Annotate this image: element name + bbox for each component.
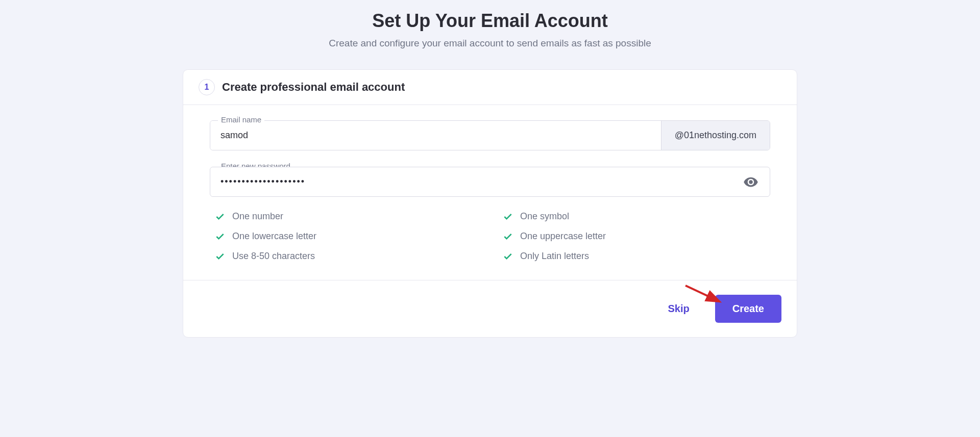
req-length: Use 8-50 characters bbox=[215, 251, 482, 262]
req-label: One lowercase letter bbox=[232, 231, 316, 242]
req-label: One symbol bbox=[520, 211, 569, 222]
page-subtitle: Create and configure your email account … bbox=[0, 38, 980, 49]
check-icon bbox=[215, 232, 225, 242]
req-label: Only Latin letters bbox=[520, 251, 589, 262]
eye-icon bbox=[743, 174, 758, 190]
setup-card: 1 Create professional email account Emai… bbox=[183, 69, 797, 338]
email-row: @01nethosting.com bbox=[210, 120, 770, 150]
req-latin-only: Only Latin letters bbox=[503, 251, 770, 262]
card-footer: Skip Create bbox=[183, 280, 797, 337]
card-heading: Create professional email account bbox=[222, 81, 405, 94]
email-name-input[interactable] bbox=[210, 121, 661, 150]
page-title: Set Up Your Email Account bbox=[0, 10, 980, 32]
password-requirements: One number One symbol One lowercase lett… bbox=[210, 211, 770, 262]
req-one-lowercase: One lowercase letter bbox=[215, 231, 482, 242]
req-one-number: One number bbox=[215, 211, 482, 222]
email-label: Email name bbox=[218, 115, 264, 124]
create-button[interactable]: Create bbox=[715, 295, 781, 323]
step-number-badge: 1 bbox=[199, 79, 215, 95]
req-one-uppercase: One uppercase letter bbox=[503, 231, 770, 242]
card-header: 1 Create professional email account bbox=[183, 70, 797, 105]
toggle-password-visibility-button[interactable] bbox=[732, 174, 770, 190]
req-one-symbol: One symbol bbox=[503, 211, 770, 222]
check-icon bbox=[215, 251, 225, 262]
req-label: One number bbox=[232, 211, 283, 222]
password-row bbox=[210, 167, 770, 197]
check-icon bbox=[503, 212, 513, 222]
email-domain-suffix: @01nethosting.com bbox=[661, 121, 770, 150]
check-icon bbox=[215, 212, 225, 222]
password-field-wrap: Enter new password bbox=[210, 167, 770, 197]
check-icon bbox=[503, 232, 513, 242]
password-input[interactable] bbox=[210, 167, 732, 196]
check-icon bbox=[503, 251, 513, 262]
skip-button[interactable]: Skip bbox=[657, 296, 699, 322]
req-label: Use 8-50 characters bbox=[232, 251, 315, 262]
email-field-wrap: Email name @01nethosting.com bbox=[210, 120, 770, 150]
card-body: Email name @01nethosting.com Enter new p… bbox=[183, 105, 797, 280]
req-label: One uppercase letter bbox=[520, 231, 606, 242]
